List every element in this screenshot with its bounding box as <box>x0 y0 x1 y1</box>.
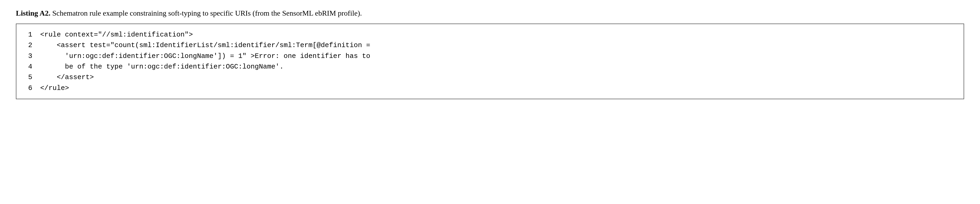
line-content: <rule context="//sml:identification"> <box>40 29 193 40</box>
code-line: 4 be of the type 'urn:ogc:def:identifier… <box>24 61 956 72</box>
line-number: 6 <box>24 83 40 93</box>
code-block: 1<rule context="//sml:identification">2 … <box>16 24 964 99</box>
caption-label: Listing A2. <box>16 9 51 17</box>
line-number: 1 <box>24 29 40 40</box>
line-content: </assert> <box>40 72 94 83</box>
code-line: 2 <assert test="count(sml:IdentifierList… <box>24 40 956 51</box>
line-content: be of the type 'urn:ogc:def:identifier:O… <box>40 61 284 72</box>
line-content: <assert test="count(sml:IdentifierList/s… <box>40 40 370 51</box>
code-line: 5 </assert> <box>24 72 956 83</box>
line-number: 5 <box>24 72 40 83</box>
line-content: 'urn:ogc:def:identifier:OGC:longName']) … <box>40 51 370 61</box>
line-number: 4 <box>24 61 40 72</box>
code-line: 3 'urn:ogc:def:identifier:OGC:longName']… <box>24 51 956 61</box>
line-number: 2 <box>24 40 40 51</box>
code-line: 6</rule> <box>24 83 956 93</box>
line-number: 3 <box>24 51 40 61</box>
caption: Listing A2. Schematron rule example cons… <box>16 8 964 18</box>
code-line: 1<rule context="//sml:identification"> <box>24 29 956 40</box>
line-content: </rule> <box>40 83 69 93</box>
caption-description: Schematron rule example constraining sof… <box>51 9 362 17</box>
